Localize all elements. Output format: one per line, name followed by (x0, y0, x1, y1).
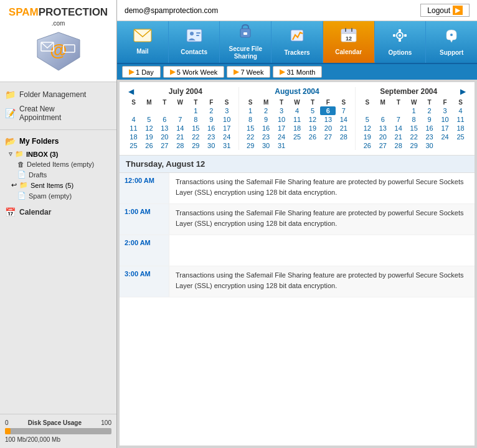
table-row[interactable]: 17 (219, 124, 235, 133)
table-row[interactable]: 22 (188, 133, 204, 141)
table-row-today[interactable]: 6 (320, 106, 336, 115)
table-row[interactable]: 27 (157, 141, 172, 150)
table-row[interactable]: 13 (375, 124, 390, 133)
table-row[interactable]: 15 (243, 124, 258, 133)
table-row[interactable]: 29 (243, 141, 258, 150)
tab-contacts[interactable]: Contacts (169, 21, 220, 63)
inbox-item[interactable]: ▿ 📁 INBOX (3) (0, 149, 116, 159)
table-row[interactable]: 12 (359, 124, 375, 133)
table-row[interactable]: 20 (157, 133, 172, 141)
table-row[interactable]: 23 (204, 133, 219, 141)
table-row[interactable]: 27 (320, 133, 336, 141)
tab-calendar[interactable]: 12 Calendar (323, 21, 375, 63)
table-row[interactable]: 29 (406, 141, 422, 150)
table-row[interactable]: 22 (406, 133, 422, 141)
tab-trackers[interactable]: Trackers (272, 21, 323, 63)
table-row[interactable]: 31 (274, 141, 290, 150)
table-row[interactable]: 29 (188, 141, 204, 150)
mini-cal-september-next[interactable]: ▶ (458, 87, 468, 96)
folder-management-item[interactable]: 📁 Folder Management (0, 87, 116, 102)
table-row[interactable]: 21 (390, 133, 406, 141)
table-row[interactable]: 19 (141, 133, 157, 141)
table-row[interactable]: 24 (219, 133, 235, 141)
table-row[interactable]: 16 (204, 124, 219, 133)
table-row[interactable]: 28 (390, 141, 406, 150)
table-row[interactable]: 25 (290, 133, 305, 141)
tab-mail[interactable]: Mail (117, 21, 169, 63)
tab-support[interactable]: Support (426, 21, 477, 63)
table-row[interactable]: 14 (390, 124, 406, 133)
mini-cal-july-prev[interactable]: ◀ (126, 87, 136, 96)
table-row[interactable]: 4 (126, 115, 141, 124)
table-row[interactable]: 26 (359, 141, 375, 150)
table-row[interactable]: 4 (453, 106, 468, 115)
table-row[interactable]: 19 (359, 133, 375, 141)
table-row[interactable]: 27 (375, 141, 390, 150)
31month-button[interactable]: ▶ 31 Month (273, 66, 322, 78)
table-row[interactable]: 3 (274, 106, 290, 115)
table-row[interactable]: 3 (437, 106, 453, 115)
table-row[interactable]: 4 (290, 106, 305, 115)
table-row[interactable]: 16 (258, 124, 274, 133)
creat-new-item[interactable]: 📝 Creat New Appointment (0, 102, 116, 124)
table-row[interactable]: 2 (204, 106, 219, 115)
table-row[interactable]: 14 (336, 115, 351, 124)
table-row[interactable]: 7 (390, 115, 406, 124)
my-folders-header[interactable]: 📂 My Folders (0, 134, 116, 149)
table-row[interactable]: 25 (453, 133, 468, 141)
table-row[interactable]: 18 (453, 124, 468, 133)
logout-button[interactable]: Logout ▶ (420, 4, 470, 17)
table-row[interactable]: 8 (243, 115, 258, 124)
table-row[interactable]: 17 (437, 124, 453, 133)
table-row[interactable]: 9 (204, 115, 219, 124)
table-row[interactable]: 10 (219, 115, 235, 124)
table-row[interactable]: 22 (243, 133, 258, 141)
table-row[interactable]: 24 (274, 133, 290, 141)
1day-button[interactable]: ▶ 1 Day (122, 66, 161, 78)
table-row[interactable]: 28 (172, 141, 188, 150)
table-row[interactable]: 14 (172, 124, 188, 133)
calendar-sidebar-item[interactable]: 📅 Calendar (0, 205, 116, 220)
deleted-items-folder[interactable]: 🗑 Deleted Items (empty) (0, 159, 116, 169)
7week-button[interactable]: ▶ 7 Week (227, 66, 270, 78)
table-row[interactable]: 26 (141, 141, 157, 150)
table-row[interactable]: 21 (172, 133, 188, 141)
table-row[interactable]: 13 (157, 124, 172, 133)
sent-items-folder[interactable]: ↩ 📁 Sent Items (5) (0, 180, 116, 190)
table-row[interactable]: 23 (258, 133, 274, 141)
table-row[interactable]: 12 (141, 124, 157, 133)
table-row[interactable]: 18 (290, 124, 305, 133)
table-row[interactable]: 15 (188, 124, 204, 133)
table-row[interactable]: 31 (219, 141, 235, 150)
table-row[interactable]: 5 (305, 106, 320, 115)
table-row[interactable]: 20 (375, 133, 390, 141)
table-row[interactable]: 6 (375, 115, 390, 124)
table-row[interactable]: 6 (157, 115, 172, 124)
table-row[interactable]: 1 (188, 106, 204, 115)
table-row[interactable]: 3 (219, 106, 235, 115)
table-row[interactable]: 2 (422, 106, 437, 115)
table-row[interactable]: 10 (437, 115, 453, 124)
table-row[interactable]: 23 (422, 133, 437, 141)
table-row[interactable]: 1 (243, 106, 258, 115)
table-row[interactable]: 9 (422, 115, 437, 124)
table-row[interactable]: 11 (126, 124, 141, 133)
table-row[interactable]: 21 (336, 124, 351, 133)
table-row[interactable]: 25 (126, 141, 141, 150)
table-row[interactable]: 10 (274, 115, 290, 124)
table-row[interactable]: 11 (453, 115, 468, 124)
table-row[interactable]: 30 (422, 141, 437, 150)
drafts-folder[interactable]: 📄 Drafts (0, 169, 116, 180)
table-row[interactable]: 8 (188, 115, 204, 124)
5workweek-button[interactable]: ▶ 5 Work Week (163, 66, 225, 78)
table-row[interactable]: 9 (258, 115, 274, 124)
table-row[interactable]: 2 (258, 106, 274, 115)
table-row[interactable]: 20 (320, 124, 336, 133)
table-row[interactable]: 26 (305, 133, 320, 141)
spam-folder[interactable]: 📄 Spam (empty) (0, 190, 116, 201)
table-row[interactable]: 5 (141, 115, 157, 124)
tab-secure-file-sharing[interactable]: Secure File Sharing (220, 21, 272, 63)
table-row[interactable]: 13 (320, 115, 336, 124)
table-row[interactable]: 15 (406, 124, 422, 133)
table-row[interactable]: 7 (336, 106, 351, 115)
